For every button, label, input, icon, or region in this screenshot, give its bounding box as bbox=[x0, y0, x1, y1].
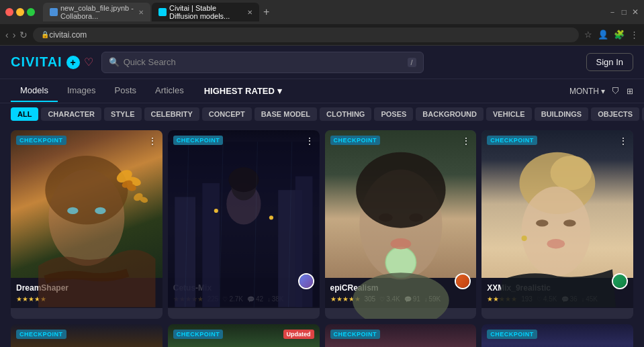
card-image-dreamshaper bbox=[11, 130, 163, 278]
month-filter-button[interactable]: MONTH ▾ bbox=[569, 87, 605, 96]
category-concept[interactable]: CONCEPT bbox=[202, 107, 252, 121]
logo-plus-button[interactable]: + bbox=[66, 56, 80, 69]
browser-tab-1[interactable]: Civitai | Stable Diffusion models... ✕ bbox=[152, 3, 259, 21]
card-avatar-xxmix bbox=[612, 273, 628, 289]
svg-point-35 bbox=[563, 219, 576, 226]
svg-point-29 bbox=[390, 238, 411, 249]
updated-badge: Updated bbox=[283, 330, 314, 339]
svg-point-3 bbox=[95, 207, 105, 214]
browser-action-icons: ☆ 👤 🧩 ⋮ bbox=[584, 30, 639, 40]
search-shortcut: / bbox=[408, 58, 416, 67]
nav-tab-articles[interactable]: Articles bbox=[146, 80, 193, 102]
filter-icon[interactable]: ⛉ bbox=[612, 87, 620, 96]
category-poses[interactable]: POSES bbox=[374, 107, 413, 121]
cards-grid: CHECKPOINT ⋮ DreamShaper ★★★★★ bbox=[0, 125, 644, 324]
card-bottom-2[interactable]: CHECKPOINT Updated bbox=[168, 324, 320, 347]
logo-text: CIVITAI bbox=[11, 54, 62, 70]
svg-point-26 bbox=[379, 213, 393, 221]
card-badge-xxmix: CHECKPOINT bbox=[487, 136, 537, 145]
category-style[interactable]: STYLE bbox=[104, 107, 141, 121]
close-window-button[interactable] bbox=[5, 8, 13, 16]
address-input[interactable]: 🔒 civitai.com bbox=[33, 28, 579, 42]
category-all[interactable]: ALL bbox=[11, 107, 38, 121]
xxmix-art bbox=[481, 130, 633, 319]
card-menu-dreamshaper[interactable]: ⋮ bbox=[148, 136, 157, 146]
tab-close-1[interactable]: ✕ bbox=[247, 9, 252, 16]
site-header: CIVITAI + ♡ 🔍 Quick Search / Sign In bbox=[0, 46, 644, 79]
svg-point-1 bbox=[45, 156, 128, 225]
card-menu-cetus[interactable]: ⋮ bbox=[305, 136, 314, 146]
svg-point-37 bbox=[522, 236, 527, 241]
header-right: Sign In bbox=[586, 53, 633, 71]
svg-point-19 bbox=[228, 167, 259, 192]
cetus-art bbox=[168, 130, 320, 319]
nav-tab-posts[interactable]: Posts bbox=[105, 80, 146, 102]
card-bottom-badge-2: CHECKPOINT bbox=[173, 330, 224, 339]
card-xxmix[interactable]: CHECKPOINT ⋮ XXMix_9realistic ★★★★★ 193 … bbox=[481, 130, 633, 319]
card-bottom-1[interactable]: CHECKPOINT bbox=[11, 324, 163, 347]
sign-in-button[interactable]: Sign In bbox=[586, 53, 633, 71]
tab-close-0[interactable]: ✕ bbox=[138, 9, 144, 16]
sort-button[interactable]: HIGHEST RATED ▾ bbox=[204, 86, 282, 96]
svg-point-15 bbox=[214, 209, 218, 213]
forward-button[interactable]: › bbox=[13, 30, 16, 40]
address-bar-row: ‹ › ↻ 🔒 civitai.com ☆ 👤 🧩 ⋮ bbox=[0, 24, 644, 46]
bookmark-icon[interactable]: ☆ bbox=[584, 30, 592, 40]
category-bar: ALL CHARACTER STYLE CELEBRITY CONCEPT BA… bbox=[0, 103, 644, 125]
card-badge-dreamshaper: CHECKPOINT bbox=[16, 136, 66, 145]
category-objects[interactable]: OBJECTS bbox=[591, 107, 639, 121]
category-background[interactable]: BACKGROUND bbox=[416, 107, 484, 121]
nav-tab-models[interactable]: Models bbox=[11, 80, 58, 102]
card-bottom-3[interactable]: CHECKPOINT bbox=[325, 324, 477, 347]
profile-icon[interactable]: 👤 bbox=[598, 30, 608, 40]
card-image-epic bbox=[325, 130, 477, 278]
browser-tab-0[interactable]: new_colab_file.jpynb - Collabora... ✕ bbox=[43, 3, 150, 21]
address-text: civitai.com bbox=[49, 30, 87, 40]
category-celebrity[interactable]: CELEBRITY bbox=[144, 107, 199, 121]
category-vehicle[interactable]: VEHICLE bbox=[486, 107, 532, 121]
reload-button[interactable]: ↻ bbox=[19, 30, 28, 40]
nav-tab-images[interactable]: Images bbox=[58, 80, 105, 102]
filter-buttons: MONTH ▾ ⛉ ⊞ bbox=[569, 87, 633, 96]
new-tab-button[interactable]: + bbox=[261, 6, 272, 18]
lock-icon: 🔒 bbox=[41, 31, 49, 38]
epic-art bbox=[325, 130, 477, 319]
category-character[interactable]: CHARACTER bbox=[41, 107, 101, 121]
minimize-icon[interactable]: － bbox=[608, 7, 616, 18]
category-buildings[interactable]: BUILDINGS bbox=[535, 107, 589, 121]
card-bottom-4[interactable]: CHECKPOINT bbox=[481, 324, 633, 347]
site-body: CIVITAI + ♡ 🔍 Quick Search / Sign In Mod… bbox=[0, 46, 644, 347]
card-badge-epic: CHECKPOINT bbox=[330, 136, 381, 145]
browser-nav-buttons: ‹ › ↻ bbox=[5, 30, 28, 40]
cards-bottom-row: CHECKPOINT CHECKPOINT Updated CHECKPOINT… bbox=[0, 324, 644, 347]
sort-arrow-icon: ▾ bbox=[277, 86, 282, 96]
extensions-icon[interactable]: 🧩 bbox=[614, 30, 625, 40]
logo-area: CIVITAI + ♡ bbox=[11, 54, 93, 70]
card-cetus[interactable]: CHECKPOINT ⋮ Cetus-Mix ★★★★★ 225 ♡ 2.7K … bbox=[168, 130, 320, 319]
svg-point-34 bbox=[536, 219, 548, 226]
category-base-model[interactable]: BASE MODEL bbox=[255, 107, 317, 121]
tab-label-1: Civitai | Stable Diffusion models... bbox=[169, 4, 244, 20]
search-bar[interactable]: 🔍 Quick Search / bbox=[101, 52, 424, 73]
card-dreamshaper[interactable]: CHECKPOINT ⋮ DreamShaper ★★★★★ bbox=[11, 130, 163, 319]
svg-point-25 bbox=[356, 152, 445, 228]
restore-icon[interactable]: □ bbox=[622, 7, 627, 17]
layout-icon[interactable]: ⊞ bbox=[627, 87, 633, 96]
card-badge-cetus: CHECKPOINT bbox=[173, 136, 224, 145]
svg-point-32 bbox=[551, 156, 592, 190]
minimize-window-button[interactable] bbox=[16, 8, 24, 16]
logo-heart-icon: ♡ bbox=[84, 56, 93, 68]
back-button[interactable]: ‹ bbox=[5, 30, 9, 40]
category-clothing[interactable]: CLOTHING bbox=[320, 107, 371, 121]
card-menu-epic[interactable]: ⋮ bbox=[461, 136, 471, 146]
svg-point-2 bbox=[67, 207, 78, 214]
tab-label-0: new_colab_file.jpynb - Collabora... bbox=[60, 4, 136, 20]
tab-favicon-0 bbox=[50, 8, 58, 16]
card-epic[interactable]: CHECKPOINT ⋮ epiCRealism ★★★★★ 305 ♡ 3.4… bbox=[325, 130, 477, 319]
card-bottom-badge-1: CHECKPOINT bbox=[16, 330, 66, 339]
card-avatar-cetus bbox=[298, 273, 314, 289]
card-menu-xxmix[interactable]: ⋮ bbox=[618, 136, 628, 146]
maximize-window-button[interactable] bbox=[27, 8, 35, 16]
menu-icon[interactable]: ⋮ bbox=[630, 30, 639, 40]
close-icon[interactable]: ✕ bbox=[632, 7, 639, 17]
